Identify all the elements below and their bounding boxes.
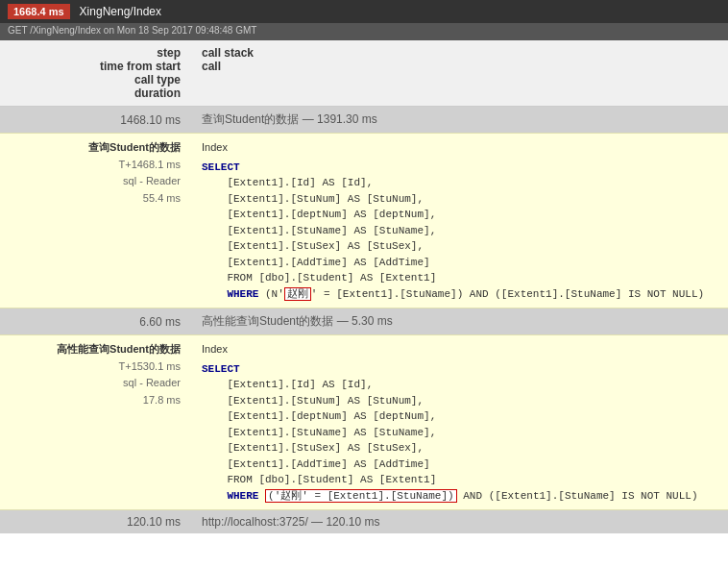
query1-sql-type: sql - Reader	[0, 173, 181, 190]
sep3-time: 120.10 ms	[0, 515, 192, 529]
call-stack-label: call stack	[202, 46, 728, 60]
sep1-label: 查询Student的数据 — 1391.30 ms	[192, 111, 728, 128]
query2-name: 高性能查询Student的数据	[0, 341, 181, 358]
separator-row-1: 1468.10 ms 查询Student的数据 — 1391.30 ms	[0, 107, 728, 133]
query2-sql: SELECT [Extent1].[Id] AS [Id], [Extent1]…	[202, 361, 728, 505]
query1-name: 查询Student的数据	[0, 139, 181, 157]
page-title: XingNeng/Index	[80, 5, 161, 18]
left-header: step time from start call type duration	[0, 46, 192, 100]
query2-call-type: Index	[202, 341, 728, 358]
query1-call-type: Index	[202, 139, 728, 156]
query2-timing: T+1530.1 ms	[0, 358, 181, 376]
step-label: step	[0, 46, 181, 60]
sub-bar: GET /XingNeng/Index on Mon 18 Sep 2017 0…	[0, 23, 728, 40]
top-bar: 1668.4 ms XingNeng/Index	[0, 0, 728, 23]
sep2-label: 高性能查询Student的数据 — 5.30 ms	[192, 313, 728, 330]
call-label: call	[202, 60, 728, 73]
query1-duration: 55.4 ms	[0, 190, 181, 208]
sep2-time: 6.60 ms	[0, 315, 192, 329]
query2-meta: 高性能查询Student的数据 T+1530.1 ms sql - Reader…	[0, 341, 192, 504]
separator-row-2: 6.60 ms 高性能查询Student的数据 — 5.30 ms	[0, 309, 728, 334]
query1-meta: 查询Student的数据 T+1468.1 ms sql - Reader 55…	[0, 139, 192, 302]
sep3-label: http://localhost:3725/ — 120.10 ms	[192, 515, 728, 529]
query1-sql: SELECT [Extent1].[Id] AS [Id], [Extent1]…	[202, 160, 728, 303]
query2-content: Index SELECT [Extent1].[Id] AS [Id], [Ex…	[192, 341, 728, 504]
query1-timing: T+1468.1 ms	[0, 157, 181, 174]
query-row-2: 高性能查询Student的数据 T+1530.1 ms sql - Reader…	[0, 334, 728, 510]
column-headers: step time from start call type duration …	[0, 40, 728, 107]
duration-label: duration	[0, 86, 181, 100]
query2-duration: 17.8 ms	[0, 392, 181, 409]
separator-row-3: 120.10 ms http://localhost:3725/ — 120.1…	[0, 510, 728, 533]
time-from-start-label: time from start	[0, 60, 181, 73]
sep1-time: 1468.10 ms	[0, 113, 192, 127]
query1-content: Index SELECT [Extent1].[Id] AS [Id], [Ex…	[192, 139, 728, 302]
right-header: call stack call	[192, 46, 728, 100]
call-type-label: call type	[0, 73, 181, 86]
query2-sql-type: sql - Reader	[0, 375, 181, 392]
query-row-1: 查询Student的数据 T+1468.1 ms sql - Reader 55…	[0, 133, 728, 309]
timer-badge: 1668.4 ms	[8, 4, 70, 19]
